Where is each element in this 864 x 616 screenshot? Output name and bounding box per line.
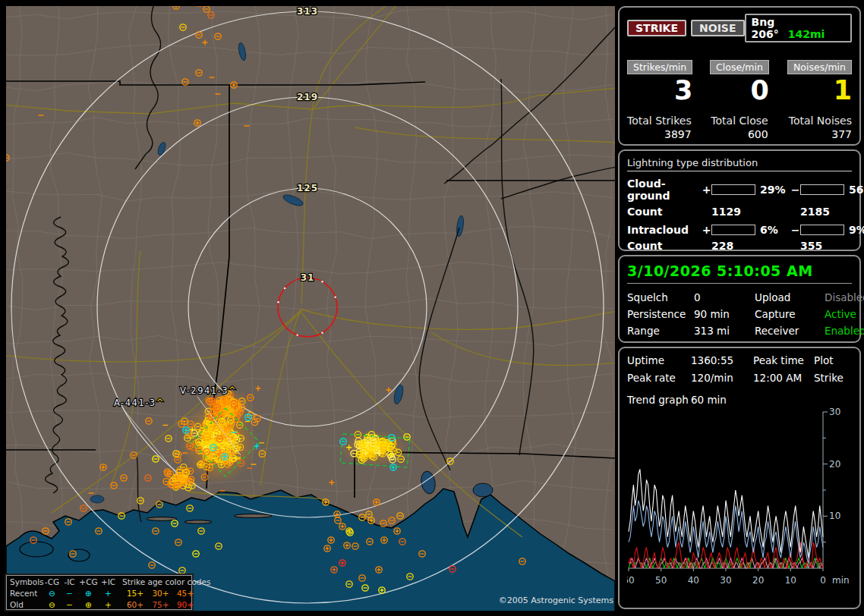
plus-sign: + (702, 224, 711, 236)
ring-label-125: 125 (297, 183, 318, 193)
legend-age-code: 90+ (173, 599, 197, 611)
legend-age-code: 15+ (122, 588, 148, 599)
legend-age-code: 75+ (148, 599, 173, 611)
legend-col-header: -CG (43, 577, 61, 588)
upload-label: Upload (755, 291, 825, 303)
plus-sign: + (702, 184, 711, 196)
ring-tick-dot (296, 334, 298, 335)
negative-count: 2185 (800, 206, 852, 218)
peak-rate-value: 120/min (691, 372, 753, 384)
legend-symbol-icon: ⊖ (43, 588, 61, 599)
x-tick-label: 20 (752, 575, 764, 586)
plot-label: Plot (814, 354, 852, 366)
positive-percent: 6% (755, 224, 790, 236)
trend-panel: Uptime 1360:55 Peak time Plot Peak rate … (618, 347, 861, 609)
close-per-min-label[interactable]: Close/min (710, 60, 769, 74)
receiver-label: Receiver (755, 325, 825, 337)
capture-value: Active (825, 308, 864, 320)
receiver-value: Enabled (825, 325, 864, 337)
total-noises-label: Total Noises (789, 115, 852, 127)
bearing-distance: 142mi (788, 28, 825, 40)
y-tick-label: 30 (829, 407, 840, 417)
trend-graph-label: Trend graph (627, 394, 691, 406)
legend-row-label: Old (10, 599, 43, 611)
legend-row: Recent⊖−⊕+15+30+45+ (10, 588, 191, 599)
legend-symbol-icon: − (61, 588, 78, 599)
legend-row-label: Recent (10, 588, 43, 599)
legend-symbol-icon: ⊕ (78, 588, 99, 599)
trend-graph-window: 60 min (691, 394, 852, 406)
total-strikes-label: Total Strikes (627, 115, 692, 127)
ring-tick-dot (284, 288, 285, 289)
noises-per-min-value: 1 (787, 77, 852, 105)
noises-per-min-label[interactable]: Noises/min (787, 60, 852, 74)
legend-col-header: -IC (61, 577, 78, 588)
negative-count: 355 (800, 240, 852, 252)
count-label: Count (627, 206, 702, 218)
trend-graph-row: Trend graph 60 min (627, 394, 852, 406)
noises-per-min: Noises/min 1 (777, 59, 852, 105)
x-tick-label: 60 (627, 575, 635, 586)
close-per-min: Close/min 0 (702, 59, 777, 105)
storm-cell-label: A-441-3^ (114, 398, 165, 408)
legend-symbol-icon: ⊕ (78, 599, 99, 611)
noise-button[interactable]: NOISE (691, 20, 744, 36)
plot-value: Strike (814, 372, 852, 384)
map-canvas: 31321912531V-2941-3^A-441-3^©2005 Astrog… (6, 6, 615, 611)
total-close-value: 600 (711, 128, 768, 140)
strikes-per-min-value: 3 (627, 77, 692, 105)
strikes-per-min: Strikes/min 3 (627, 59, 702, 105)
uptime-label: Uptime (627, 354, 691, 366)
type-name: Intracloud (627, 224, 702, 236)
legend-symbol-icon: ⊖ (43, 599, 61, 611)
x-tick-label: 50 (655, 575, 667, 586)
date-time: 3/10/2026 5:10:05 AM (627, 262, 852, 284)
distribution-panel: Lightning type distribution Cloud-ground… (618, 149, 861, 251)
distribution-row: Intracloud+6%−9% (627, 224, 852, 236)
ring-label-313: 313 (297, 6, 318, 17)
negative-bar (800, 225, 844, 235)
distribution-rows: Cloud-ground+29%−56%Count11292185Intracl… (627, 178, 852, 252)
positive-count: 1129 (711, 206, 790, 218)
capture-label: Capture (755, 308, 825, 320)
count-row: Count11292185 (627, 206, 852, 218)
minus-sign: − (790, 224, 800, 236)
negative-bar (800, 184, 844, 195)
total-close-label: Total Close (711, 115, 768, 127)
ring-tick-dot (277, 301, 279, 303)
distribution-row: Cloud-ground+29%−56% (627, 178, 852, 202)
strike-button[interactable]: STRIKE (627, 20, 686, 36)
counters-panel: STRIKE NOISE Bng 206°142mi Strikes/min 3… (618, 6, 861, 146)
squelch-value: 0 (694, 291, 755, 303)
y-tick-label: 10 (829, 511, 840, 521)
peak-time-label: Peak time (753, 354, 814, 366)
radar-map[interactable]: 31321912531V-2941-3^A-441-3^©2005 Astrog… (6, 6, 615, 611)
legend-age-code: 45+ (173, 588, 197, 599)
series-total (629, 470, 823, 558)
ring-label-219: 219 (297, 92, 318, 102)
ring-tick-dot (321, 332, 323, 334)
legend-symbol-icon: + (99, 599, 118, 611)
x-tick-label: 0 (820, 575, 826, 586)
legend-symbols-label: Symbols (10, 577, 43, 588)
x-tick-label: 40 (688, 575, 699, 586)
strikes-per-min-label[interactable]: Strikes/min (627, 60, 692, 74)
x-tick-label: 30 (720, 575, 731, 586)
x-axis-unit: min (832, 575, 850, 586)
legend-symbol-icon: − (61, 599, 78, 611)
clock-status-panel: 3/10/2026 5:10:05 AM Squelch 0 Upload Di… (618, 255, 861, 343)
rate-counters: Strikes/min 3 Close/min 0 Noises/min 1 (627, 59, 852, 105)
positive-bar (711, 225, 755, 235)
totals-row: Total Strikes 3897 Total Close 600 Total… (627, 115, 852, 140)
positive-bar (711, 184, 755, 195)
strike-legend: Symbols-CG-IC+CG+ICStrike age color code… (6, 575, 192, 610)
bearing-value: Bng 206° (752, 16, 779, 40)
upload-value: Disabled (825, 291, 864, 303)
persistence-label: Persistence (627, 308, 694, 320)
peak-time-value: 12:00 AM (753, 372, 814, 384)
squelch-label: Squelch (627, 291, 694, 303)
legend-symbol-icon: + (99, 588, 118, 599)
total-noises-value: 377 (789, 128, 852, 140)
legend-row: Old⊖−⊕+60+75+90+ (10, 599, 191, 611)
peak-rate-label: Peak rate (627, 372, 691, 384)
